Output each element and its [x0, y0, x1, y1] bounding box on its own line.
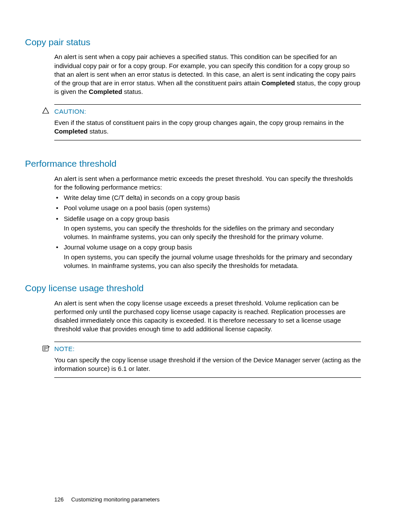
list-item: Journal volume usage on a copy group bas…	[54, 243, 361, 270]
list-item: Pool volume usage on a pool basis (open …	[54, 204, 361, 212]
bullet-head: Sidefile usage on a copy group basis	[64, 215, 169, 222]
bold-completed-1: Completed	[262, 79, 295, 87]
caution-icon	[42, 107, 49, 116]
bold-completed-2: Completed	[89, 88, 122, 95]
note-admonition: NOTE: You can specify the copy license u…	[54, 342, 361, 378]
perf-intro: An alert is sent when a performance metr…	[54, 174, 361, 192]
note-label: NOTE:	[54, 345, 361, 353]
paragraph-copy-pair-status: An alert is sent when a copy pair achiev…	[54, 53, 361, 96]
bullet-body: In open systems, you can specify the jou…	[64, 253, 361, 271]
caution-text: Even if the status of constituent pairs …	[54, 118, 361, 136]
heading-copy-pair-status: Copy pair status	[25, 36, 386, 48]
page-number: 126	[54, 496, 64, 503]
footer-chapter: Customizing monitoring parameters	[71, 496, 159, 503]
paragraph-copy-license: An alert is sent when the copy license u…	[54, 299, 361, 334]
bullet-head: Write delay time (C/T delta) in seconds …	[64, 194, 240, 201]
svg-marker-0	[43, 108, 49, 113]
text: Even if the status of constituent pairs …	[54, 119, 344, 126]
bullet-head: Journal volume usage on a copy group bas…	[64, 243, 192, 251]
note-text: You can specify the copy license usage t…	[54, 356, 361, 373]
text: status.	[122, 88, 143, 95]
note-icon	[42, 345, 50, 354]
license-para: An alert is sent when the copy license u…	[54, 299, 361, 334]
heading-performance-threshold: Performance threshold	[25, 158, 386, 170]
perf-metrics-list: Write delay time (C/T delta) in seconds …	[54, 193, 361, 270]
bold-completed-3: Completed	[54, 128, 88, 135]
paragraph-performance-threshold: An alert is sent when a performance metr…	[54, 174, 361, 271]
caution-label: CAUTION:	[54, 107, 361, 116]
heading-copy-license-usage-threshold: Copy license usage threshold	[25, 282, 386, 294]
bullet-body: In open systems, you can specify the thr…	[64, 224, 361, 242]
bullet-head: Pool volume usage on a pool basis (open …	[64, 204, 210, 212]
page-footer: 126 Customizing monitoring parameters	[54, 496, 160, 504]
list-item: Sidefile usage on a copy group basis In …	[54, 215, 361, 242]
document-page: Copy pair status An alert is sent when a…	[0, 0, 411, 532]
text: status.	[88, 128, 109, 135]
caution-admonition: CAUTION: Even if the status of constitue…	[54, 104, 361, 141]
list-item: Write delay time (C/T delta) in seconds …	[54, 193, 361, 202]
